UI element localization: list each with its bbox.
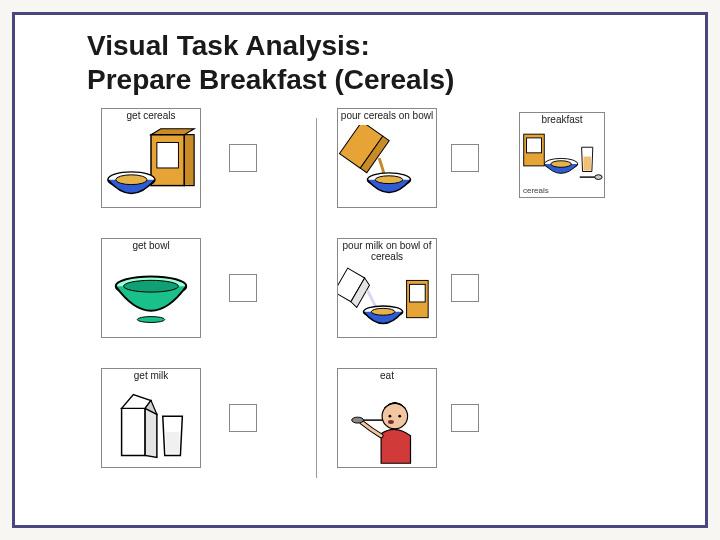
card-eat: eat xyxy=(337,368,437,468)
card-label: get cereals xyxy=(102,109,200,125)
svg-rect-3 xyxy=(157,143,179,168)
card-label: get milk xyxy=(102,369,200,385)
title-line-1: Visual Task Analysis: xyxy=(87,30,370,61)
svg-rect-32 xyxy=(527,138,542,153)
svg-point-26 xyxy=(352,417,364,423)
checkbox-step-6[interactable] xyxy=(451,404,479,432)
svg-point-8 xyxy=(137,317,164,323)
svg-point-18 xyxy=(375,176,402,184)
card-label: eat xyxy=(338,369,436,385)
svg-rect-24 xyxy=(410,285,426,303)
svg-rect-14 xyxy=(166,432,180,454)
step-4-wrap: pour cereals on bowl xyxy=(337,108,479,208)
steps-grid: get cereals get bowl xyxy=(101,108,671,488)
card-get-cereals: get cereals xyxy=(101,108,201,208)
svg-rect-2 xyxy=(184,135,194,186)
step-5-wrap: pour milk on bowl of cereals xyxy=(337,238,479,338)
step-2-wrap: get bowl xyxy=(101,238,257,338)
svg-point-28 xyxy=(389,415,392,418)
bowl-icon xyxy=(102,255,200,337)
card-label: get bowl xyxy=(102,239,200,255)
svg-point-5 xyxy=(116,175,147,185)
svg-point-22 xyxy=(371,309,395,316)
svg-point-25 xyxy=(382,404,407,429)
svg-point-34 xyxy=(551,161,572,168)
card-label: breakfast xyxy=(520,113,604,129)
card-pour-cereals: pour cereals on bowl xyxy=(337,108,437,208)
slide: Visual Task Analysis: Prepare Breakfast … xyxy=(12,12,708,528)
breakfast-icon xyxy=(520,129,604,186)
svg-point-30 xyxy=(388,420,394,424)
result-wrap: breakfast cereals xyxy=(519,112,605,198)
svg-marker-9 xyxy=(122,409,146,456)
checkbox-step-5[interactable] xyxy=(451,274,479,302)
step-3-wrap: get milk xyxy=(101,368,257,468)
checkbox-step-3[interactable] xyxy=(229,404,257,432)
cereal-box-bowl-icon xyxy=(102,125,200,207)
svg-marker-1 xyxy=(151,129,194,135)
svg-marker-10 xyxy=(145,409,157,458)
card-breakfast: breakfast cereals xyxy=(519,112,605,198)
card-get-bowl: get bowl xyxy=(101,238,201,338)
page-title: Visual Task Analysis: Prepare Breakfast … xyxy=(87,29,679,96)
svg-rect-36 xyxy=(583,157,590,171)
eat-icon xyxy=(338,385,436,467)
pour-cereal-icon xyxy=(338,125,436,207)
checkbox-step-4[interactable] xyxy=(451,144,479,172)
step-1-wrap: get cereals xyxy=(101,108,257,208)
step-6-wrap: eat xyxy=(337,368,479,468)
card-label: pour milk on bowl of cereals xyxy=(338,239,436,265)
card-pour-milk: pour milk on bowl of cereals xyxy=(337,238,437,338)
svg-point-29 xyxy=(398,415,401,418)
svg-point-38 xyxy=(595,175,602,180)
milk-carton-glass-icon xyxy=(102,385,200,467)
card-label: pour cereals on bowl xyxy=(338,109,436,125)
card-sublabel: cereals xyxy=(520,186,604,197)
checkbox-step-1[interactable] xyxy=(229,144,257,172)
column-separator xyxy=(316,118,317,478)
svg-point-7 xyxy=(124,281,179,293)
card-get-milk: get milk xyxy=(101,368,201,468)
pour-milk-icon xyxy=(338,265,436,337)
checkbox-step-2[interactable] xyxy=(229,274,257,302)
title-line-2: Prepare Breakfast (Cereals) xyxy=(87,64,454,95)
